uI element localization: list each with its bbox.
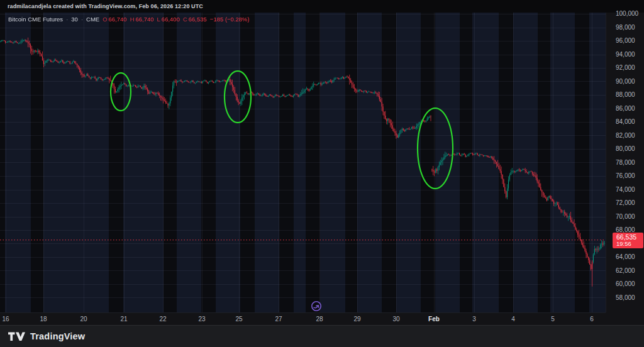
time-tick-label: 16: [2, 316, 9, 322]
price-tick-label: 58,000: [616, 294, 635, 302]
price-tick-label: 88,000: [616, 91, 635, 99]
time-tick-label: 23: [198, 316, 205, 322]
time-tick-label: 6: [590, 316, 594, 322]
contract-rollover-icon[interactable]: [311, 300, 322, 312]
time-axis[interactable]: 1618202122232527282930Feb3456: [0, 312, 606, 325]
price-tick-label: 82,000: [616, 132, 635, 140]
price-tick-label: 74,000: [616, 186, 635, 194]
price-tick-label: 90,000: [616, 78, 635, 85]
time-tick-label: Feb: [428, 316, 440, 322]
time-tick-label: 29: [353, 316, 360, 322]
time-tick-label: 21: [120, 316, 127, 322]
tradingview-snapshot: radmilacandjela created with TradingView…: [0, 0, 644, 347]
time-tick-label: 5: [551, 316, 555, 322]
footer-bar: TradingView: [0, 325, 644, 347]
price-tick-label: 72,000: [616, 199, 635, 207]
exchange-label: CME: [86, 16, 99, 23]
price-tick-label: 70,000: [616, 213, 635, 221]
change-label: −185 (−0.28%): [210, 16, 250, 23]
price-tick-label: 94,000: [616, 51, 635, 58]
price-tick-label: 64,000: [616, 253, 635, 261]
price-tick-label: 100,000: [616, 10, 638, 18]
time-tick-label: 4: [511, 316, 515, 322]
price-tick-label: 98,000: [616, 24, 635, 31]
time-tick-label: 30: [392, 316, 399, 322]
price-tick-label: 86,000: [616, 105, 635, 113]
ohlc-low: L66,400: [157, 16, 180, 23]
price-axis[interactable]: 66,535 19:56 100,00098,00096,00094,00092…: [606, 13, 644, 312]
time-tick-label: 22: [159, 316, 166, 322]
attribution-bar: radmilacandjela created with TradingView…: [0, 0, 644, 13]
legend-separator: ·: [81, 16, 83, 23]
time-tick-label: 25: [235, 316, 242, 322]
symbol-legend[interactable]: Bitcoin CME Futures · 30 · CME O66,740 H…: [8, 16, 250, 23]
price-tick-label: 60,000: [616, 280, 635, 288]
time-tick-label: 18: [40, 316, 47, 322]
time-tick-label: 28: [316, 316, 323, 322]
axis-corner: [606, 312, 644, 325]
ohlc-open: O66,740: [103, 16, 126, 23]
legend-separator: ·: [66, 16, 68, 23]
price-chart-canvas[interactable]: [0, 13, 606, 312]
bar-countdown: 19:56: [616, 241, 643, 247]
tradingview-logo-icon[interactable]: [8, 331, 25, 342]
price-tick-label: 62,000: [616, 267, 635, 275]
interval-label[interactable]: 30: [71, 16, 78, 23]
ohlc-high: H66,740: [130, 16, 154, 23]
attribution-text: radmilacandjela created with TradingView…: [0, 3, 203, 9]
time-tick-label: 3: [472, 316, 476, 322]
last-price-badge: 66,535 19:56: [613, 233, 643, 248]
price-tick-label: 80,000: [616, 145, 635, 153]
time-tick-label: 20: [80, 316, 87, 322]
price-tick-label: 78,000: [616, 159, 635, 167]
chart-pane[interactable]: Bitcoin CME Futures · 30 · CME O66,740 H…: [0, 13, 606, 312]
price-tick-label: 92,000: [616, 64, 635, 72]
price-tick-label: 76,000: [616, 172, 635, 180]
price-tick-label: 84,000: [616, 118, 635, 126]
tradingview-wordmark[interactable]: TradingView: [30, 331, 85, 341]
price-tick-label: 96,000: [616, 37, 635, 45]
ohlc-close: C66,535: [183, 16, 207, 23]
time-tick-label: 27: [275, 316, 282, 322]
symbol-title[interactable]: Bitcoin CME Futures: [8, 16, 63, 23]
